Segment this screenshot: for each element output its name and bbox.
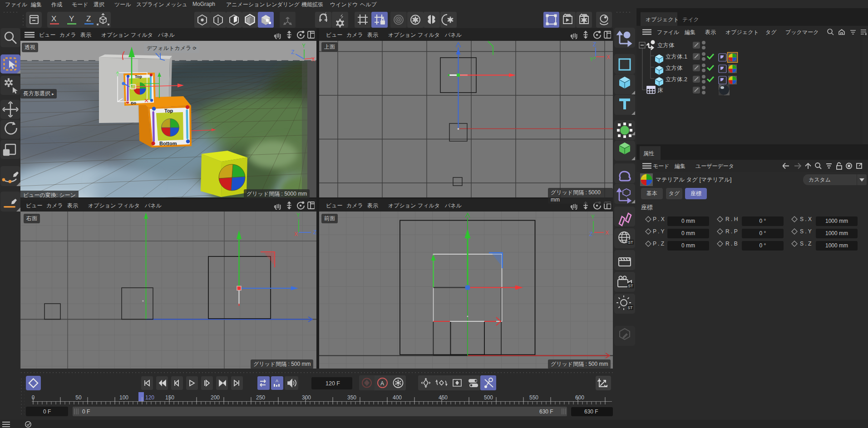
svg-text:Y: Y xyxy=(591,214,595,220)
svg-text:立方体: 立方体 xyxy=(666,65,683,71)
svg-text:Bottom: Bottom xyxy=(159,141,177,146)
svg-text:550: 550 xyxy=(529,394,538,401)
svg-text:A: A xyxy=(380,380,384,387)
svg-text:X: X xyxy=(605,230,609,236)
svg-text:50: 50 xyxy=(75,394,82,401)
svg-text:ST: ST xyxy=(628,240,633,245)
svg-text:ST: ST xyxy=(628,305,633,310)
svg-text:床: 床 xyxy=(657,87,663,93)
svg-text:Z: Z xyxy=(589,231,592,237)
svg-text:X: X xyxy=(607,54,610,60)
svg-text:120 F: 120 F xyxy=(326,380,340,387)
svg-text:S . X: S . X xyxy=(800,216,812,222)
svg-text:Y: Y xyxy=(69,15,74,23)
svg-text:X: X xyxy=(311,56,315,63)
svg-text:Y: Y xyxy=(302,43,306,49)
svg-text:R . H: R . H xyxy=(725,216,738,222)
svg-text:Top: Top xyxy=(135,74,142,79)
svg-text:100: 100 xyxy=(119,394,128,401)
svg-text:Y: Y xyxy=(590,56,593,63)
svg-text:Top: Top xyxy=(164,108,173,113)
svg-text:630 F: 630 F xyxy=(584,408,598,415)
svg-text:P . X: P . X xyxy=(653,216,665,222)
svg-text:立方体.2: 立方体.2 xyxy=(666,76,687,83)
svg-text:X: X xyxy=(294,231,298,237)
svg-text:Z: Z xyxy=(313,229,316,236)
svg-text:350: 350 xyxy=(347,394,356,401)
svg-text:250: 250 xyxy=(256,394,265,401)
svg-text:400: 400 xyxy=(393,394,402,401)
svg-text:150: 150 xyxy=(165,394,174,401)
svg-text:300: 300 xyxy=(302,394,311,401)
svg-text:ST: ST xyxy=(628,284,633,288)
svg-text:Z: Z xyxy=(86,15,91,23)
svg-text:200: 200 xyxy=(211,394,220,401)
svg-text:0 F: 0 F xyxy=(82,408,90,415)
svg-text:P . Y: P . Y xyxy=(653,228,665,235)
svg-text:R . B: R . B xyxy=(725,241,738,247)
svg-text:Z: Z xyxy=(593,41,596,48)
svg-text:630 F: 630 F xyxy=(539,408,553,415)
svg-text:A: A xyxy=(276,379,278,383)
svg-text:X: X xyxy=(51,15,56,23)
svg-text:120: 120 xyxy=(145,394,154,401)
svg-text:S . Z: S . Z xyxy=(800,241,811,247)
svg-text:立方体: 立方体 xyxy=(657,42,675,49)
svg-text:Y: Y xyxy=(296,212,300,218)
svg-text:P . Z: P . Z xyxy=(653,241,664,247)
svg-text:Z: Z xyxy=(291,49,294,55)
svg-text:立方体.1: 立方体.1 xyxy=(666,54,687,60)
svg-text:600: 600 xyxy=(575,394,584,401)
svg-text:450: 450 xyxy=(439,394,448,401)
svg-text:R . P: R . P xyxy=(725,228,738,235)
svg-text:500: 500 xyxy=(484,394,493,401)
svg-text:S . Y: S . Y xyxy=(800,228,812,235)
svg-text:0 F: 0 F xyxy=(43,408,51,415)
